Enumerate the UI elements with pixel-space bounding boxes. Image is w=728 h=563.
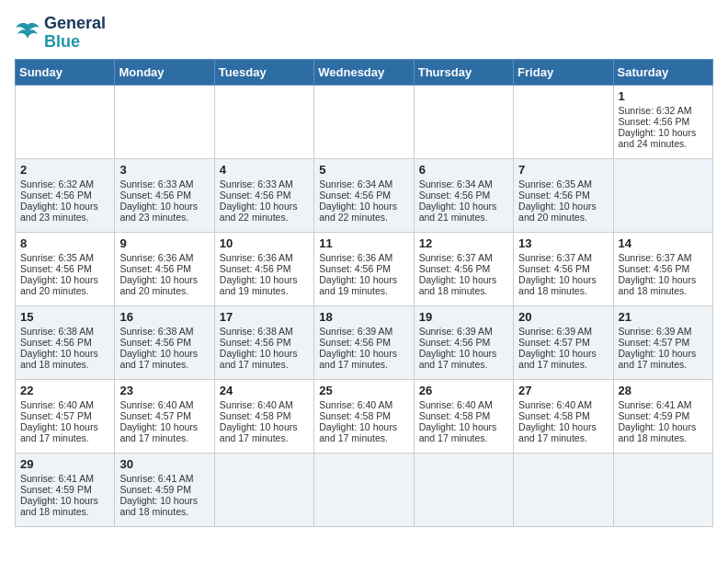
sunrise-text: Sunrise: 6:40 AM xyxy=(518,399,592,410)
day-number: 10 xyxy=(220,236,309,250)
day-number: 27 xyxy=(518,384,608,397)
sunset-text: Sunset: 4:56 PM xyxy=(119,337,191,348)
sunset-text: Sunset: 4:56 PM xyxy=(419,337,491,348)
daylight-text: Daylight: 10 hours and 18 minutes. xyxy=(20,495,98,517)
day-cell-8: 8Sunrise: 6:35 AMSunset: 4:56 PMDaylight… xyxy=(16,232,115,305)
sunrise-text: Sunrise: 6:40 AM xyxy=(220,399,293,410)
daylight-text: Daylight: 10 hours and 24 minutes. xyxy=(619,127,697,149)
sunset-text: Sunset: 4:56 PM xyxy=(220,190,291,201)
calendar-week-0: 1Sunrise: 6:32 AMSunset: 4:56 PMDaylight… xyxy=(16,85,713,158)
daylight-text: Daylight: 10 hours and 20 minutes. xyxy=(20,274,98,296)
daylight-text: Daylight: 10 hours and 20 minutes. xyxy=(518,201,597,223)
sunset-text: Sunset: 4:56 PM xyxy=(319,263,391,274)
day-number: 8 xyxy=(20,236,109,250)
sunset-text: Sunset: 4:56 PM xyxy=(119,263,191,274)
calendar-table: SundayMondayTuesdayWednesdayThursdayFrid… xyxy=(15,59,713,527)
day-cell-2: 2Sunrise: 6:32 AMSunset: 4:56 PMDaylight… xyxy=(16,158,115,232)
sunset-text: Sunset: 4:56 PM xyxy=(220,263,291,274)
sunset-text: Sunset: 4:57 PM xyxy=(20,410,92,421)
day-number: 18 xyxy=(319,310,408,324)
empty-cell xyxy=(514,453,613,526)
sunset-text: Sunset: 4:56 PM xyxy=(419,263,491,274)
day-cell-5: 5Sunrise: 6:34 AMSunset: 4:56 PMDaylight… xyxy=(314,158,414,232)
day-cell-24: 24Sunrise: 6:40 AMSunset: 4:58 PMDayligh… xyxy=(214,379,313,453)
day-cell-17: 17Sunrise: 6:38 AMSunset: 4:56 PMDayligh… xyxy=(214,305,313,379)
sunrise-text: Sunrise: 6:41 AM xyxy=(619,399,692,410)
sunset-text: Sunset: 4:56 PM xyxy=(619,116,690,127)
sunrise-text: Sunrise: 6:40 AM xyxy=(419,399,493,410)
day-number: 7 xyxy=(518,163,608,177)
day-number: 9 xyxy=(119,236,209,250)
daylight-text: Daylight: 10 hours and 22 minutes. xyxy=(220,201,298,223)
daylight-text: Daylight: 10 hours and 19 minutes. xyxy=(220,274,298,296)
empty-cell xyxy=(314,453,414,526)
empty-cell xyxy=(314,85,414,158)
col-header-monday: Monday xyxy=(115,59,214,85)
day-cell-18: 18Sunrise: 6:39 AMSunset: 4:56 PMDayligh… xyxy=(314,305,414,379)
empty-cell xyxy=(115,85,214,158)
sunset-text: Sunset: 4:56 PM xyxy=(220,337,291,348)
sunset-text: Sunset: 4:57 PM xyxy=(518,337,590,348)
col-header-tuesday: Tuesday xyxy=(214,59,313,85)
day-cell-26: 26Sunrise: 6:40 AMSunset: 4:58 PMDayligh… xyxy=(414,379,513,453)
daylight-text: Daylight: 10 hours and 22 minutes. xyxy=(319,201,397,223)
sunset-text: Sunset: 4:57 PM xyxy=(619,337,690,348)
empty-cell xyxy=(214,85,313,158)
sunrise-text: Sunrise: 6:36 AM xyxy=(319,252,392,263)
day-cell-21: 21Sunrise: 6:39 AMSunset: 4:57 PMDayligh… xyxy=(613,305,712,379)
sunset-text: Sunset: 4:56 PM xyxy=(319,190,391,201)
empty-cell xyxy=(16,85,115,158)
day-number: 26 xyxy=(419,384,508,397)
logo: General Blue xyxy=(15,15,106,52)
day-cell-30: 30Sunrise: 6:41 AMSunset: 4:59 PMDayligh… xyxy=(115,453,214,526)
day-number: 4 xyxy=(220,163,309,177)
calendar-week-4: 22Sunrise: 6:40 AMSunset: 4:57 PMDayligh… xyxy=(16,379,713,453)
sunrise-text: Sunrise: 6:33 AM xyxy=(119,178,193,190)
sunset-text: Sunset: 4:56 PM xyxy=(518,190,590,201)
sunset-text: Sunset: 4:59 PM xyxy=(20,484,92,495)
daylight-text: Daylight: 10 hours and 17 minutes. xyxy=(518,421,597,443)
sunrise-text: Sunrise: 6:38 AM xyxy=(220,326,293,337)
daylight-text: Daylight: 10 hours and 18 minutes. xyxy=(619,421,697,443)
empty-cell xyxy=(414,85,513,158)
daylight-text: Daylight: 10 hours and 17 minutes. xyxy=(319,348,397,370)
day-cell-11: 11Sunrise: 6:36 AMSunset: 4:56 PMDayligh… xyxy=(314,232,414,305)
day-cell-10: 10Sunrise: 6:36 AMSunset: 4:56 PMDayligh… xyxy=(214,232,313,305)
sunset-text: Sunset: 4:56 PM xyxy=(518,263,590,274)
empty-cell xyxy=(613,453,712,526)
day-cell-20: 20Sunrise: 6:39 AMSunset: 4:57 PMDayligh… xyxy=(514,305,613,379)
logo-text: General Blue xyxy=(44,15,106,52)
day-number: 22 xyxy=(20,384,109,397)
daylight-text: Daylight: 10 hours and 18 minutes. xyxy=(518,274,597,296)
daylight-text: Daylight: 10 hours and 17 minutes. xyxy=(518,348,597,370)
day-cell-12: 12Sunrise: 6:37 AMSunset: 4:56 PMDayligh… xyxy=(414,232,513,305)
day-number: 3 xyxy=(119,163,209,177)
day-number: 25 xyxy=(319,384,408,397)
sunrise-text: Sunrise: 6:40 AM xyxy=(119,399,193,410)
sunrise-text: Sunrise: 6:37 AM xyxy=(518,252,592,263)
sunset-text: Sunset: 4:58 PM xyxy=(319,410,391,421)
daylight-text: Daylight: 10 hours and 17 minutes. xyxy=(619,348,697,370)
daylight-text: Daylight: 10 hours and 17 minutes. xyxy=(119,348,198,370)
daylight-text: Daylight: 10 hours and 17 minutes. xyxy=(20,421,98,443)
day-cell-13: 13Sunrise: 6:37 AMSunset: 4:56 PMDayligh… xyxy=(514,232,613,305)
day-number: 14 xyxy=(619,236,708,250)
day-number: 28 xyxy=(619,384,708,397)
day-cell-7: 7Sunrise: 6:35 AMSunset: 4:56 PMDaylight… xyxy=(514,158,613,232)
sunrise-text: Sunrise: 6:39 AM xyxy=(619,326,692,337)
day-number: 21 xyxy=(619,310,708,324)
day-number: 23 xyxy=(119,384,209,397)
sunrise-text: Sunrise: 6:38 AM xyxy=(119,326,193,337)
col-header-saturday: Saturday xyxy=(613,59,712,85)
daylight-text: Daylight: 10 hours and 18 minutes. xyxy=(419,274,497,296)
day-number: 29 xyxy=(20,457,109,471)
daylight-text: Daylight: 10 hours and 18 minutes. xyxy=(20,348,98,370)
col-header-thursday: Thursday xyxy=(414,59,513,85)
header-row: SundayMondayTuesdayWednesdayThursdayFrid… xyxy=(16,59,713,85)
sunrise-text: Sunrise: 6:40 AM xyxy=(319,399,392,410)
sunset-text: Sunset: 4:58 PM xyxy=(220,410,291,421)
day-cell-22: 22Sunrise: 6:40 AMSunset: 4:57 PMDayligh… xyxy=(16,379,115,453)
day-cell-1: 1Sunrise: 6:32 AMSunset: 4:56 PMDaylight… xyxy=(613,85,712,158)
sunset-text: Sunset: 4:59 PM xyxy=(119,484,191,495)
day-cell-4: 4Sunrise: 6:33 AMSunset: 4:56 PMDaylight… xyxy=(214,158,313,232)
